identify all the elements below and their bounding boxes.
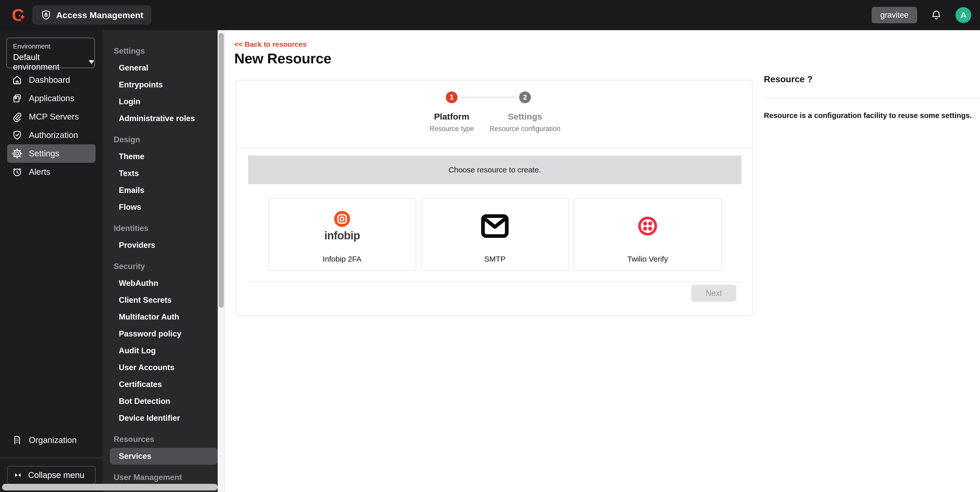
collapse-menu-button[interactable]: Collapse menu [7,466,95,484]
collapse-icon [13,471,22,480]
user-avatar[interactable]: A [956,7,971,23]
new-resource-wizard-card: 1 2 Platform Settings Resource type Reso… [236,80,752,316]
home-icon [11,74,23,86]
main-content: << Back to resources New Resource 1 2 Pl… [225,30,980,492]
infobip-logo: infobip [269,199,416,253]
sidebar-item-label: Organization [29,435,76,445]
environment-label: Environment [13,42,94,50]
sidebar-item-theme[interactable]: Theme [103,148,218,165]
infobip-wordmark: infobip [324,229,360,242]
section-header-user-management: User Management [103,469,218,486]
section-header-security: Security [103,258,218,275]
primary-sidebar: Environment Default environment Dashboar… [0,30,103,492]
access-management-app: G Access Management gravitee [0,0,980,492]
resource-name: Infobip 2FA [269,255,416,263]
environment-value: Default environment [13,53,84,72]
sidebar-item-client-secrets[interactable]: Client Secrets [103,292,218,309]
product-badge-label: Access Management [56,10,143,20]
section-header-settings: Settings [103,43,218,59]
step-1-circle: 1 [446,91,458,103]
resource-card-smtp[interactable]: SMTP [421,199,569,271]
sidebar-item-login[interactable]: Login [103,93,218,110]
sidebar-divider [0,458,103,458]
next-button[interactable]: Next [691,285,736,302]
paperclip-icon [11,111,23,123]
help-panel-divider [764,97,980,98]
sidebar-item-organization[interactable]: Organization [7,431,95,449]
sidebar-item-settings[interactable]: Settings [7,144,95,163]
sidebar-item-administrative-roles[interactable]: Administrative roles [103,110,218,127]
sidebar-item-emails[interactable]: Emails [103,182,218,199]
primary-nav: Dashboard Applications M [0,71,103,181]
sidebar-item-dashboard[interactable]: Dashboard [7,71,95,89]
help-panel-body: Resource is a configuration facility to … [764,111,980,120]
building-icon [11,435,23,446]
envelope-icon [479,213,511,239]
sidebar-item-certificates[interactable]: Certificates [103,376,218,393]
sidebar-item-multifactor-auth[interactable]: Multifactor Auth [103,309,218,325]
gravitee-logo-icon[interactable]: G [11,6,29,24]
vertical-scrollbar[interactable] [219,33,224,308]
shield-check-icon [11,129,23,141]
alarm-clock-icon [11,166,23,178]
secondary-sidebar: SettingsGeneralEntrypointsLoginAdministr… [103,30,218,492]
section-header-resources: Resources [103,431,218,448]
step-2-label: Settings [479,111,571,122]
notifications-bell-icon[interactable] [931,9,942,21]
sidebar-item-label: Authorization [29,130,78,140]
sidebar-item-label: Alerts [29,167,50,177]
back-to-resources-link[interactable]: << Back to resources [234,40,307,49]
sidebar-item-alerts[interactable]: Alerts [7,163,95,181]
resource-name: Twilio Verify [574,255,721,263]
product-badge-access-management[interactable]: Access Management [32,6,151,24]
twilio-logo [574,199,721,253]
smtp-logo [421,199,568,253]
sidebar-item-mcp-servers[interactable]: MCP Servers [7,108,95,126]
step-2-sublabel: Resource configuration [471,125,579,133]
infobip-logo-icon [333,210,351,228]
sidebar-item-texts[interactable]: Texts [103,165,218,182]
organization-row: Organization [0,431,103,449]
section-header-design: Design [103,131,218,148]
horizontal-scrollbar[interactable] [2,484,218,490]
stepper-connector [460,97,517,97]
resource-card-twilio-verify[interactable]: Twilio Verify [574,199,722,271]
choose-resource-banner: Choose resource to create. [248,156,741,184]
sidebar-item-webauthn[interactable]: WebAuthn [103,275,218,292]
sidebar-item-general[interactable]: General [103,59,218,76]
stepper-divider [237,148,752,148]
sidebar-item-flows[interactable]: Flows [103,199,218,216]
section-header-identities: Identities [103,220,218,237]
gear-icon [11,148,23,159]
resource-card-infobip-2fa[interactable]: infobip Infobip 2FA [268,199,416,271]
environment-select[interactable]: Environment Default environment [6,38,95,68]
sidebar-item-label: Applications [29,94,74,103]
org-button[interactable]: gravitee [872,7,917,23]
sidebar-item-applications[interactable]: Applications [7,89,95,108]
sidebar-item-label: MCP Servers [29,112,79,122]
sidebar-item-audit-log[interactable]: Audit Log [103,342,218,359]
topbar: G Access Management gravitee [0,0,980,30]
collapse-menu-label: Collapse menu [28,470,84,480]
shield-lock-icon [40,10,52,21]
sidebar-item-label: Dashboard [29,75,70,85]
topbar-right: gravitee A [872,0,971,30]
help-panel-title: Resource ? [764,74,980,84]
sidebar-item-user-accounts[interactable]: User Accounts [103,359,218,376]
resource-name: SMTP [421,255,568,263]
sidebar-item-services[interactable]: Services [110,448,218,465]
step-2-circle: 2 [519,91,531,103]
applications-icon [11,93,23,104]
sidebar-item-device-identifier[interactable]: Device Identifier [103,410,218,427]
sidebar-item-bot-detection[interactable]: Bot Detection [103,393,218,410]
settings-nav: SettingsGeneralEntrypointsLoginAdministr… [103,30,218,486]
sidebar-item-label: Settings [29,149,59,158]
sidebar-item-entrypoints[interactable]: Entrypoints [103,76,218,93]
actions-divider [248,282,741,282]
vertical-scrollbar-track [218,30,225,492]
sidebar-item-providers[interactable]: Providers [103,237,218,254]
sidebar-item-password-policy[interactable]: Password policy [103,325,218,342]
help-panel: Resource ? Resource is a configuration f… [764,74,980,120]
sidebar-item-authorization[interactable]: Authorization [7,126,95,144]
page-title: New Resource [234,50,331,67]
